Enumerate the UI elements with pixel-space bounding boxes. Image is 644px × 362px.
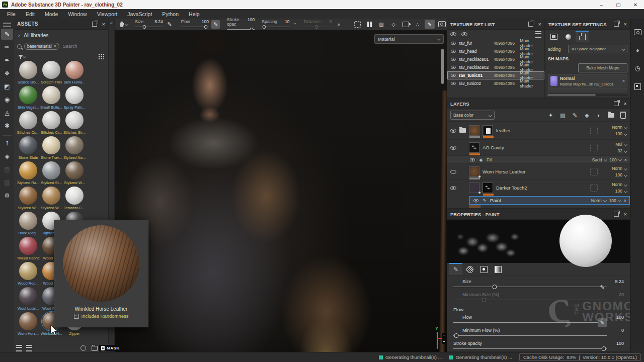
layer-row-fill[interactable]: ◈ Fill Sadd 100 × [447,156,630,164]
visibility-eye-icon[interactable] [450,186,456,190]
blend-mode-dropdown[interactable]: Norm [612,166,627,171]
layer-row-darker-touch2[interactable]: ◈ Darker Touch2 Norm 100 [447,180,630,196]
opacity-dropdown[interactable]: 100 [615,189,627,194]
visibility-eye-icon[interactable] [450,146,456,150]
material-thumbnail[interactable] [42,187,60,205]
empty-mask-slot[interactable] [590,144,598,151]
size-pressure-icon[interactable]: ✎ [598,283,607,292]
camera-mode-icon[interactable] [400,20,411,29]
detail-view-icon[interactable] [26,345,32,351]
asset-item[interactable]: Stylized Ra... [17,161,40,187]
visibility-eye-icon[interactable] [450,170,456,174]
undock-icon[interactable] [614,22,619,27]
character-model[interactable] [115,30,447,352]
blend-mode-dropdown[interactable]: Norm [591,198,606,203]
undock-icon[interactable] [614,212,619,217]
shader-mode-dropdown[interactable]: Material [374,34,444,44]
particle-tool[interactable]: ✱ [1,120,13,131]
material-thumbnail[interactable] [42,136,60,154]
visibility-eye-icon[interactable] [450,129,456,133]
viewer-settings-icon[interactable] [633,82,642,91]
asset-item[interactable]: Stitches Str... [63,111,86,136]
visibility-eye-icon[interactable] [451,66,456,69]
symmetry-icon[interactable]: ▨ [376,20,386,29]
material-thumbnail[interactable] [19,237,37,255]
add-paint-layer-icon[interactable]: ✎ [571,112,579,119]
opacity-dropdown[interactable]: 100 [610,157,621,162]
blend-mode-dropdown[interactable]: Norm [612,182,627,187]
tab-gradient[interactable] [492,263,505,275]
blend-mode-dropdown[interactable]: Sadd [592,157,607,162]
layer-row-paint-selected[interactable]: ✎ Paint Norm 100 × [469,196,630,205]
minimize-button[interactable]: – [593,0,610,9]
asset-item[interactable]: Stone Trav... [40,136,63,161]
add-smart-material-icon[interactable]: ▨ [559,112,567,119]
add-fill-layer-icon[interactable]: ◈ [583,112,591,119]
close-button[interactable]: ✕ [627,0,644,9]
asset-item[interactable]: Stylized W... [40,187,63,212]
empty-mask-slot[interactable] [590,184,598,192]
close-icon[interactable]: × [624,21,627,27]
channel-dropdown[interactable]: Base color [450,111,495,120]
library-selector[interactable]: › All libraries [14,30,108,41]
flow-slider[interactable]: ✎ [453,320,607,325]
material-thumbnail[interactable] [19,86,37,104]
texture-set-row[interactable]: rav_tunic02 4096x4096 Main shader [447,79,544,87]
layer-thumbnail[interactable] [469,125,479,136]
size-pressure-icon[interactable]: ✎ [166,20,174,29]
size-slider[interactable] [135,25,163,29]
asset-item[interactable]: Small Bulle... [40,86,63,111]
close-icon[interactable]: × [538,21,541,27]
material-thumbnail[interactable] [19,287,37,305]
asset-item[interactable]: Worn Hors... [17,312,40,337]
menu-help[interactable]: Help [184,11,205,17]
close-icon[interactable]: × [624,211,627,217]
undock-icon[interactable] [614,101,619,106]
asset-item[interactable]: Stylized W... [63,161,86,187]
undock-icon[interactable] [92,22,97,27]
material-thumbnail[interactable] [19,262,37,280]
flow-pressure-icon[interactable]: ✎ [598,318,607,327]
history-icon[interactable]: ◷ [633,64,642,73]
brush-preset-caret-icon[interactable] [125,22,128,26]
opacity-dropdown[interactable]: 100 [615,131,627,136]
remove-effect-icon[interactable]: × [624,157,627,162]
solo-eye-icon[interactable] [461,32,467,36]
flow-slider[interactable] [181,25,209,29]
material-thumbnail[interactable] [65,161,84,179]
bake-mesh-maps-button[interactable]: Bake Mesh Maps [578,63,627,72]
paint-brush-tool[interactable]: ✎ [1,29,13,40]
stroke-opacity-slider[interactable] [453,346,607,351]
material-thumbnail[interactable] [19,312,37,330]
asset-item[interactable]: Stylized St... [40,161,63,187]
list-view-icon[interactable] [16,345,22,351]
padding-dropdown[interactable]: 3D Space Neighbor [568,45,627,53]
project-settings-tool[interactable]: ⚙ [1,190,13,201]
paint-mode-icon[interactable]: ✎ [425,20,435,29]
projection-mode-icon[interactable]: ◇ [388,20,398,29]
menu-mode[interactable]: Mode [40,11,63,17]
layer-thumbnail[interactable]: ◈ [469,183,479,193]
projection-tool[interactable]: ✒ [1,55,13,66]
asset-item[interactable]: Terrazzo C... [63,187,86,212]
smudge-tool[interactable]: ◉ [1,94,13,105]
tab-general-settings[interactable] [547,31,560,42]
visibility-eye-icon[interactable] [451,74,456,77]
visibility-eye-icon[interactable] [451,50,456,53]
tab-pattern[interactable] [463,263,476,275]
screenshot-icon[interactable] [437,20,447,29]
search-input[interactable] [62,43,89,49]
asset-item[interactable]: Stone Slate [17,136,40,161]
visibility-eye-icon[interactable] [451,42,456,45]
new-folder-icon[interactable] [92,346,98,351]
tab-shader-settings[interactable] [561,31,575,42]
material-thumbnail[interactable] [42,111,60,129]
opacity-dropdown[interactable]: 100 [609,198,621,203]
material-thumbnail[interactable] [65,86,84,104]
filter-funnel-icon[interactable] [18,54,26,59]
asset-item[interactable]: Wood Rou... [17,262,40,287]
search-tag-chip[interactable]: basematerial × [24,43,59,50]
undock-icon[interactable] [528,22,533,27]
asset-item[interactable]: Stitches Cr... [40,111,63,136]
min-flow-slider[interactable] [453,333,607,338]
